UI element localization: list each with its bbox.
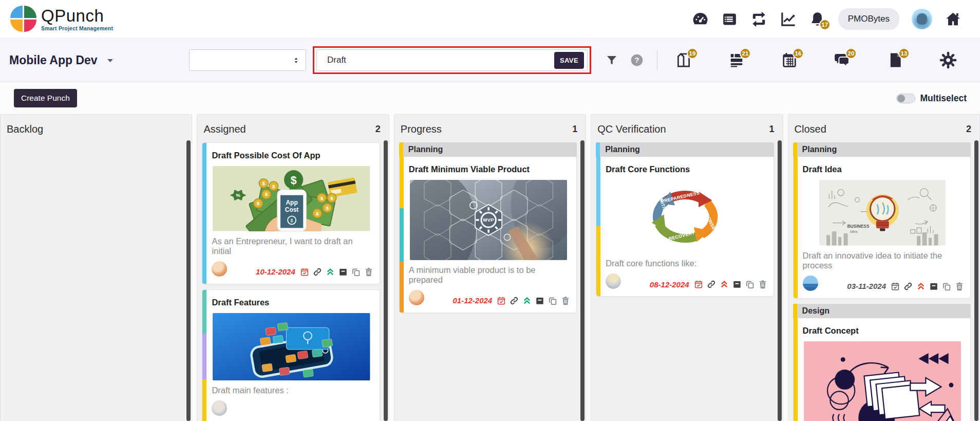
reports-icon[interactable] (780, 11, 797, 28)
user-avatar[interactable] (912, 9, 932, 29)
column-body: PlanningDraft Core FunctionsPREPAREDNESS… (591, 140, 782, 421)
link-icon[interactable] (903, 282, 913, 291)
home-icon[interactable] (945, 11, 962, 28)
column-scrollbar[interactable] (778, 140, 782, 421)
card-title: Draft Idea (798, 157, 970, 180)
create-punch-button[interactable]: Create Punch (14, 89, 77, 107)
card-description: A minimum viable product is to be prepar… (404, 265, 576, 290)
svg-text:$: $ (291, 218, 293, 223)
recurring-icon[interactable] (750, 11, 767, 28)
link-icon[interactable] (510, 296, 519, 305)
archive-icon[interactable] (535, 296, 544, 305)
card-description: As an Entrepreneur, I want to draft an i… (206, 236, 379, 261)
column-body (1, 140, 192, 421)
card-category-stripe (202, 143, 206, 284)
card-footer: 03-11-2024 (798, 276, 970, 298)
link-icon[interactable] (707, 280, 716, 289)
column-body: PlanningDraft Minimum Viable ProductMVPA… (394, 140, 586, 421)
column-qc-verification: QC Verification1PlanningDraft Core Funct… (591, 114, 783, 421)
idea-sketch-illustration: BUSINESSIdea (819, 180, 946, 246)
punch-card[interactable]: Draft Core FunctionsPREPAREDNESSRESPONSE… (596, 157, 774, 297)
copy-icon[interactable] (351, 267, 361, 277)
documents-icon[interactable]: 13 (887, 51, 904, 69)
trash-icon[interactable] (758, 280, 767, 289)
column-backlog: Backlog (0, 114, 192, 421)
column-count: 2 (375, 124, 381, 135)
card-description: Draft an innovative idea to initiate the… (798, 251, 970, 276)
column-scrollbar[interactable] (580, 140, 585, 421)
priority-chevrons-icon[interactable] (720, 280, 729, 289)
assignee-avatar (409, 290, 424, 305)
chat-icon[interactable]: 20 (834, 51, 851, 69)
column-closed: Closed2PlanningDraft IdeaBUSINESSIdeaDra… (788, 114, 980, 421)
workspace-pill[interactable]: PMOBytes (838, 8, 899, 30)
column-scrollbar[interactable] (974, 140, 978, 421)
column-assigned: Assigned2Draft Possible Cost Of App$%$$$… (197, 114, 389, 421)
archive-icon[interactable] (929, 282, 938, 291)
punch-card[interactable]: Draft IdeaBUSINESSIdeaDraft an innovativ… (793, 157, 971, 299)
chevron-down-icon (106, 56, 115, 65)
priority-chevrons-icon[interactable] (326, 267, 335, 277)
app-cost-illustration: $%$$$$$$$$AppCost$ (213, 166, 370, 231)
copy-icon[interactable] (745, 280, 755, 289)
dashboard-icon[interactable] (692, 11, 709, 28)
notifications-bell-icon[interactable]: 17 (809, 11, 826, 28)
trash-icon[interactable] (364, 267, 373, 277)
filter-icon[interactable] (606, 54, 618, 66)
card-title: Draft Features (206, 290, 379, 313)
archive-icon[interactable] (338, 267, 348, 277)
help-icon[interactable]: ? (630, 53, 644, 67)
punch-card[interactable]: Draft Minimum Viable ProductMVPA minimum… (399, 157, 577, 313)
trash-icon[interactable] (955, 282, 964, 291)
multiselect-toggle[interactable] (896, 94, 915, 103)
card-footer-actions: 08-12-2024 (650, 280, 767, 289)
punch-card[interactable]: Draft Concept (793, 318, 971, 421)
column-name: QC Verification (597, 123, 666, 135)
copy-icon[interactable] (548, 296, 557, 305)
due-date-calendar-icon[interactable] (891, 282, 900, 291)
activities-icon[interactable]: 21 (728, 51, 745, 69)
punch-card[interactable]: Draft FeaturesDraft main features : (202, 289, 380, 421)
due-date-calendar-icon[interactable] (300, 267, 309, 277)
concept-shapes-illustration (804, 341, 961, 421)
punch-card[interactable]: Draft Possible Cost Of App$%$$$$$$$$AppC… (202, 142, 380, 284)
group-header: Planning (596, 142, 774, 157)
card-title: Draft Concept (798, 318, 970, 341)
due-date-calendar-icon[interactable] (694, 280, 703, 289)
calendar-nav-icon[interactable]: 16 (781, 51, 798, 69)
column-body: PlanningDraft IdeaBUSINESSIdeaDraft an i… (788, 140, 979, 421)
forms-icon[interactable] (721, 11, 738, 28)
group-by-select[interactable] (189, 49, 306, 71)
documents-badge: 13 (898, 48, 910, 59)
settings-gear-icon[interactable] (939, 51, 957, 69)
group-header: Planning (399, 142, 577, 157)
punches-badge: 19 (687, 48, 698, 59)
column-name: Assigned (203, 123, 246, 135)
group-header: Design (793, 304, 971, 318)
punches-icon[interactable]: 19 (675, 51, 692, 69)
card-footer-actions: 03-11-2024 (847, 282, 964, 291)
toolbar-divider (657, 50, 657, 70)
column-scrollbar[interactable] (186, 140, 191, 421)
link-icon[interactable] (313, 267, 322, 277)
archive-icon[interactable] (732, 280, 742, 289)
save-button[interactable]: SAVE (554, 52, 584, 69)
app-logo[interactable]: QPunch Smart Project Management (10, 6, 113, 32)
card-group: PlanningDraft IdeaBUSINESSIdeaDraft an i… (793, 142, 971, 299)
column-header: QC Verification1 (591, 115, 782, 140)
group-label: Planning (802, 145, 837, 154)
priority-chevrons-icon[interactable] (916, 282, 926, 291)
priority-chevrons-icon[interactable] (522, 296, 532, 305)
due-date-calendar-icon[interactable] (497, 296, 506, 305)
svg-text:Idea: Idea (850, 229, 857, 234)
group-label: Planning (605, 145, 640, 154)
card-category-stripe (400, 157, 404, 313)
project-selector[interactable]: Mobile App Dev (9, 53, 179, 67)
due-date: 08-12-2024 (650, 280, 689, 289)
trash-icon[interactable] (561, 296, 570, 305)
status-name-input[interactable] (319, 55, 554, 65)
card-image (804, 341, 961, 421)
copy-icon[interactable] (942, 282, 951, 291)
column-header: Backlog (1, 115, 192, 140)
column-scrollbar[interactable] (384, 140, 388, 421)
